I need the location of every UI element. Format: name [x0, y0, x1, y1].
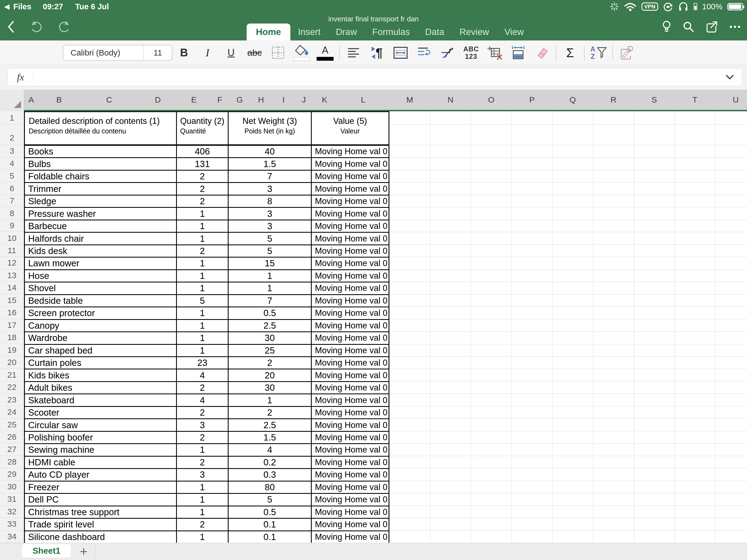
- cell-quantity[interactable]: 1: [177, 307, 229, 319]
- cell-item[interactable]: Pressure washer: [25, 208, 177, 219]
- cell-quantity[interactable]: 2: [177, 183, 229, 195]
- tab-view[interactable]: View: [497, 24, 532, 41]
- cell-quantity[interactable]: 5: [177, 295, 229, 307]
- wrap-text-button[interactable]: [412, 43, 436, 62]
- expand-formula-bar-icon[interactable]: [725, 74, 734, 80]
- row-header-19[interactable]: 19: [0, 344, 24, 356]
- cell-value[interactable]: Moving Home val 0: [312, 158, 389, 170]
- cell-weight[interactable]: 20: [229, 370, 311, 381]
- cell-weight[interactable]: 1: [229, 270, 311, 282]
- column-header-P[interactable]: P: [512, 90, 552, 110]
- cell-quantity[interactable]: 1: [177, 506, 229, 518]
- cell-weight[interactable]: 40: [229, 146, 311, 157]
- cell-weight[interactable]: 8: [229, 196, 311, 207]
- select-all-corner[interactable]: [0, 90, 24, 111]
- cell-weight[interactable]: 2.5: [229, 419, 311, 431]
- cell-weight[interactable]: 0.1: [229, 531, 311, 543]
- row-header-26[interactable]: 26: [0, 431, 24, 443]
- row-header-1[interactable]: 1: [0, 111, 24, 124]
- cell-value[interactable]: Moving Home val 0: [312, 307, 389, 319]
- cell-weight[interactable]: 5: [229, 494, 311, 505]
- cell-weight[interactable]: 5: [229, 233, 311, 244]
- row-header-24[interactable]: 24: [0, 406, 24, 418]
- row-header-34[interactable]: 34: [0, 531, 24, 543]
- cell-item[interactable]: Barbecue: [25, 221, 177, 232]
- cell-item[interactable]: Polishing boofer: [25, 432, 177, 443]
- column-header-Q[interactable]: Q: [552, 90, 593, 110]
- insert-delete-cells-button[interactable]: [483, 43, 506, 62]
- cell-quantity[interactable]: 2: [177, 196, 229, 207]
- cell-value[interactable]: Moving Home val 0: [312, 183, 389, 195]
- column-header-U[interactable]: U: [715, 90, 747, 110]
- cell-item[interactable]: Shovel: [25, 282, 177, 294]
- cell-value[interactable]: Moving Home val 0: [312, 146, 389, 157]
- cell-item[interactable]: Bedside table: [25, 295, 177, 307]
- cell-weight[interactable]: 25: [229, 345, 311, 356]
- header-cell-net-weight[interactable]: Net Weight (3) Poids Net (in kg): [229, 112, 311, 144]
- cell-item[interactable]: HDMI cable: [25, 457, 177, 468]
- cell-quantity[interactable]: 2: [177, 245, 229, 257]
- cell-value[interactable]: Moving Home val 0: [312, 270, 389, 282]
- cell-item[interactable]: Halfords chair: [25, 233, 177, 244]
- row-header-23[interactable]: 23: [0, 393, 24, 406]
- cell-quantity[interactable]: 1: [177, 332, 229, 344]
- row-header-7[interactable]: 7: [0, 195, 24, 207]
- column-header-G[interactable]: G: [229, 90, 250, 110]
- row-header-25[interactable]: 25: [0, 418, 24, 431]
- cell-quantity[interactable]: 1: [177, 320, 229, 331]
- row-header-28[interactable]: 28: [0, 456, 24, 468]
- cell-item[interactable]: Auto CD player: [25, 469, 177, 480]
- cell-quantity[interactable]: 131: [177, 158, 229, 170]
- font-size-value[interactable]: 11: [144, 48, 172, 57]
- header-cell-value[interactable]: Value (5) Valeur: [312, 112, 389, 144]
- cell-item[interactable]: Silicone dashboard: [25, 531, 177, 543]
- cell-item[interactable]: Sewing machine: [25, 444, 177, 456]
- add-sheet-button[interactable]: +: [78, 543, 90, 559]
- cell-value[interactable]: Moving Home val 0: [312, 245, 389, 257]
- row-header-8[interactable]: 8: [0, 207, 24, 219]
- row-header-30[interactable]: 30: [0, 481, 24, 493]
- cell-value[interactable]: Moving Home val 0: [312, 221, 389, 232]
- tab-home[interactable]: Home: [247, 24, 290, 41]
- cell-item[interactable]: Kids bikes: [25, 370, 177, 381]
- back-icon[interactable]: [7, 20, 15, 33]
- header-cell-quantity[interactable]: Quantity (2) Quantité: [177, 112, 229, 144]
- tab-data[interactable]: Data: [417, 24, 452, 41]
- column-header-M[interactable]: M: [389, 90, 430, 110]
- row-header-3[interactable]: 3: [0, 145, 24, 157]
- cell-value[interactable]: Moving Home val 0: [312, 295, 389, 307]
- merge-cells-button[interactable]: [389, 43, 412, 62]
- bold-button[interactable]: B: [172, 43, 196, 62]
- cell-quantity[interactable]: 2: [177, 407, 229, 418]
- cell-quantity[interactable]: 2: [177, 171, 229, 182]
- cell-item[interactable]: Circular saw: [25, 419, 177, 431]
- font-name-value[interactable]: Calibri (Body): [63, 48, 143, 57]
- cell-item[interactable]: Christmas tree support: [25, 506, 177, 518]
- tab-formulas[interactable]: Formulas: [364, 24, 417, 41]
- cell-quantity[interactable]: 1: [177, 531, 229, 543]
- cell-weight[interactable]: 7: [229, 295, 311, 307]
- row-header-20[interactable]: 20: [0, 356, 24, 368]
- cell-weight[interactable]: 1.5: [229, 158, 311, 170]
- row-header-4[interactable]: 4: [0, 157, 24, 170]
- spreadsheet-grid[interactable]: Detailed description of contents (1) Des…: [0, 111, 747, 543]
- cell-quantity[interactable]: 1: [177, 233, 229, 244]
- cell-value[interactable]: Moving Home val 0: [312, 196, 389, 207]
- strikethrough-button[interactable]: abc: [243, 43, 266, 62]
- cell-weight[interactable]: 30: [229, 332, 311, 344]
- cell-weight[interactable]: 30: [229, 382, 311, 393]
- cell-quantity[interactable]: 1: [177, 282, 229, 294]
- row-header-18[interactable]: 18: [0, 331, 24, 344]
- cell-item[interactable]: Trade spirit level: [25, 519, 177, 530]
- underline-button[interactable]: U: [219, 43, 243, 62]
- cell-item[interactable]: Adult bikes: [25, 382, 177, 393]
- cell-item[interactable]: Books: [25, 146, 177, 157]
- tab-insert[interactable]: Insert: [290, 24, 328, 41]
- cell-value[interactable]: Moving Home val 0: [312, 494, 389, 505]
- cell-size-button[interactable]: [506, 43, 530, 62]
- cell-weight[interactable]: 1: [229, 282, 311, 294]
- row-header-6[interactable]: 6: [0, 182, 24, 195]
- cell-item[interactable]: Wardrobe: [25, 332, 177, 344]
- cell-value[interactable]: Moving Home val 0: [312, 457, 389, 468]
- row-header-22[interactable]: 22: [0, 381, 24, 393]
